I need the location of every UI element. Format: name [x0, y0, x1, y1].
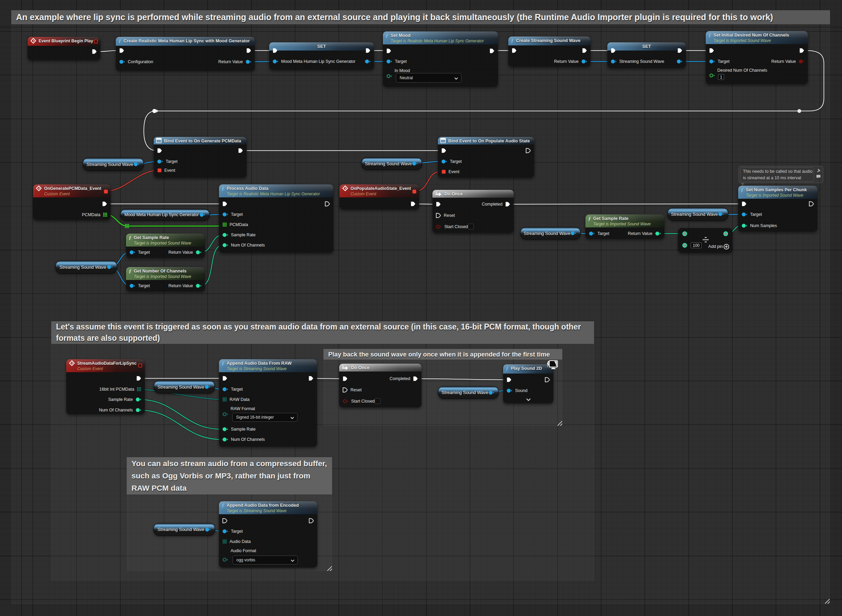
- svg-text:1: 1: [342, 365, 344, 368]
- svg-text:1: 1: [435, 191, 437, 194]
